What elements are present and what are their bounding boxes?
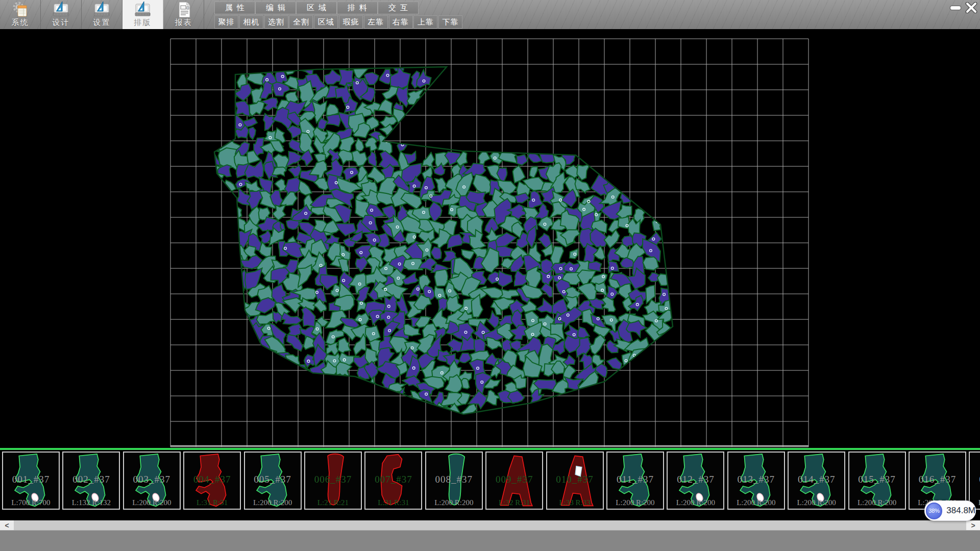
piece-thumbnail-12[interactable]: 012_#37L:200 R:200 (667, 452, 724, 510)
settings-icon (93, 1, 111, 17)
piece-lr-label: L:31 R:31 (365, 498, 421, 507)
progress-circle-icon: 38% (926, 503, 942, 519)
tool-button-3[interactable]: 选割 (264, 15, 288, 29)
horizontal-scrollbar[interactable]: < > (0, 520, 980, 530)
nesting-canvas[interactable] (0, 29, 980, 448)
piece-id-label: 006_#37 (305, 474, 361, 485)
piece-thumbnail-8[interactable]: 008_#37L:200 R:200 (425, 452, 483, 510)
minimize-button[interactable] (948, 2, 963, 13)
piece-thumbnail-1[interactable]: 001_#37L:700 R:700 (2, 452, 60, 510)
tool-button-9[interactable]: 上靠 (413, 15, 437, 29)
piece-thumbnail-2[interactable]: 002_#37L:132 R:132 (62, 452, 120, 510)
piece-id-label: 013_#37 (728, 474, 784, 485)
piece-id-label: 005_#37 (245, 474, 301, 485)
tool-button-8[interactable]: 右靠 (389, 15, 413, 29)
toolbar: 系统设计设置排版报表 属性编辑区域排料交互 聚排相机选割全割区域瑕疵左靠右靠上靠… (0, 0, 980, 30)
piece-id-label: 016_#37 (910, 474, 965, 485)
piece-thumbnail-5[interactable]: 005_#37L:200 R:200 (244, 452, 302, 510)
piece-id-label: 014_#37 (789, 474, 844, 485)
piece-id-label: 004_#37 (184, 474, 240, 485)
piece-lr-label: L:200 R:200 (245, 498, 301, 507)
memory-badge[interactable]: 38% 384.8M (924, 500, 976, 521)
tool-button-1[interactable]: 聚排 (214, 15, 238, 29)
tool-button-2[interactable]: 相机 (239, 15, 263, 29)
piece-id-label: 001_#37 (3, 474, 59, 485)
tool-button-6[interactable]: 瑕疵 (339, 15, 363, 29)
scroll-left-button[interactable]: < (0, 520, 14, 530)
ribbon-tab-label: 排版 (134, 17, 152, 28)
minimize-icon (950, 6, 961, 10)
piece-lr-label: L:200 R:200 (607, 498, 663, 507)
piece-lr-label: L:21 R:21 (305, 498, 361, 507)
ribbon-tab-5[interactable]: 报表 (163, 0, 204, 29)
piece-id-label: 015_#37 (849, 474, 905, 485)
piece-id-label: 002_#37 (63, 474, 119, 485)
piece-thumbnail-11[interactable]: 011_#37L:200 R:200 (606, 452, 664, 510)
piece-id-label: 012_#37 (668, 474, 723, 485)
piece-lr-label: L:32 R:31 (486, 498, 542, 507)
piece-thumbnail-3[interactable]: 003_#37L:200 R:200 (123, 452, 181, 510)
piece-lr-label: L:200 R:200 (668, 498, 723, 507)
ribbon-tab-2[interactable]: 设计 (41, 0, 82, 29)
piece-id-label: 009_#37 (486, 474, 542, 485)
ribbon-tab-3[interactable]: 设置 (82, 0, 122, 29)
nest-drawing (0, 29, 980, 448)
ribbon-tab-label: 设计 (53, 17, 70, 28)
piece-thumbnail-17[interactable]: 017_#37L:200 R:200 (969, 452, 980, 510)
piece-lr-label: L:132 R:132 (63, 498, 119, 507)
piece-id-label: 010_#37 (547, 474, 603, 485)
piece-thumbnail-15[interactable]: 015_#37L:200 R:200 (848, 452, 906, 510)
close-icon (965, 2, 977, 13)
application-window: 系统设计设置排版报表 属性编辑区域排料交互 聚排相机选割全割区域瑕疵左靠右靠上靠… (0, 0, 980, 551)
ribbon-tab-1[interactable]: 系统 (0, 0, 41, 29)
piece-thumbnail-6[interactable]: 006_#37L:21 R:21 (304, 452, 362, 510)
tool-button-4[interactable]: 全割 (289, 15, 313, 29)
piece-lr-label: L:200 R:200 (728, 498, 784, 507)
memory-percent: 38% (928, 508, 940, 514)
piece-id-label: 003_#37 (124, 474, 180, 485)
nested-pieces-group (201, 55, 678, 423)
piece-lr-label: L:700 R:700 (3, 498, 59, 507)
piece-thumbnail-13[interactable]: 013_#37L:200 R:200 (727, 452, 785, 510)
status-bar (0, 530, 980, 551)
memory-value: 384.8M (946, 506, 975, 516)
piece-thumbnail-10[interactable]: 010_#37L:33 R:33 (546, 452, 604, 510)
menu-button-1[interactable]: 属性 (214, 2, 255, 14)
piece-lr-label: L:200 R:200 (849, 498, 905, 507)
piece-id-label: 007_#37 (365, 474, 421, 485)
ribbon-tab-label: 系统 (12, 17, 29, 28)
tool-button-10[interactable]: 下靠 (438, 15, 462, 29)
pieces-panel: 001_#37L:700 R:700002_#37L:132 R:132003_… (0, 450, 980, 520)
piece-lr-label: L:200 R:200 (426, 498, 482, 507)
piece-thumbnail-4[interactable]: 004_#37L:31 R:31 (183, 452, 241, 510)
piece-id-label: 017_#37 (970, 474, 980, 485)
piece-lr-label: L:31 R:31 (184, 498, 240, 507)
menu-button-3[interactable]: 区域 (296, 2, 337, 14)
report-icon (175, 1, 192, 17)
piece-thumbnail-9[interactable]: 009_#37L:32 R:31 (485, 452, 543, 510)
close-button[interactable] (964, 2, 979, 14)
piece-lr-label: L:33 R:33 (547, 498, 603, 507)
piece-lr-label: L:200 R:200 (789, 498, 844, 507)
ribbon-tab-label: 设置 (93, 17, 111, 28)
ribbon-tab-label: 报表 (175, 17, 192, 28)
ribbon-tab-4[interactable]: 排版 (122, 0, 163, 29)
window-controls (948, 1, 979, 14)
layout-icon (134, 1, 152, 17)
menu-button-4[interactable]: 排料 (337, 2, 378, 14)
tool-button-7[interactable]: 左靠 (364, 15, 388, 29)
tool-button-5[interactable]: 区域 (314, 15, 338, 29)
piece-thumbnail-14[interactable]: 014_#37L:200 R:200 (788, 452, 845, 510)
menu-button-2[interactable]: 编辑 (255, 2, 296, 14)
piece-lr-label: L:200 R:200 (124, 498, 180, 507)
piece-id-label: 011_#37 (607, 474, 663, 485)
menu-button-5[interactable]: 交互 (378, 2, 419, 14)
piece-thumbnail-7[interactable]: 007_#37L:31 R:31 (364, 452, 422, 510)
piece-id-label: 008_#37 (426, 474, 482, 485)
system-icon (12, 1, 29, 17)
design-icon (53, 1, 70, 17)
scroll-right-button[interactable]: > (966, 520, 980, 530)
